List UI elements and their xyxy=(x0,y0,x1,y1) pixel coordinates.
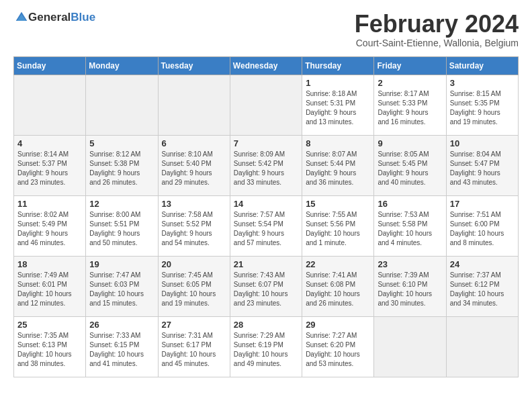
day-info: Sunrise: 7:35 AM Sunset: 6:13 PM Dayligh… xyxy=(17,331,82,369)
calendar-week-3: 11Sunrise: 8:02 AM Sunset: 5:49 PM Dayli… xyxy=(14,195,519,256)
day-info: Sunrise: 7:41 AM Sunset: 6:08 PM Dayligh… xyxy=(306,271,370,308)
calendar-cell: 25Sunrise: 7:35 AM Sunset: 6:13 PM Dayli… xyxy=(14,316,86,377)
calendar-cell: 23Sunrise: 7:39 AM Sunset: 6:10 PM Dayli… xyxy=(374,256,446,316)
day-number: 27 xyxy=(162,320,226,330)
day-info: Sunrise: 7:51 AM Sunset: 6:00 PM Dayligh… xyxy=(450,210,515,248)
day-number: 22 xyxy=(306,259,370,269)
logo: GeneralBlue xyxy=(13,11,95,24)
weekday-header-sunday: Sunday xyxy=(14,56,86,75)
day-info: Sunrise: 8:18 AM Sunset: 5:31 PM Dayligh… xyxy=(306,89,370,127)
calendar-table: SundayMondayTuesdayWednesdayThursdayFrid… xyxy=(13,56,519,377)
calendar-cell xyxy=(158,75,230,135)
day-number: 9 xyxy=(378,138,442,148)
calendar-cell: 6Sunrise: 8:10 AM Sunset: 5:40 PM Daylig… xyxy=(158,135,230,195)
day-info: Sunrise: 7:29 AM Sunset: 6:19 PM Dayligh… xyxy=(234,331,298,369)
day-number: 4 xyxy=(17,138,82,148)
day-info: Sunrise: 7:33 AM Sunset: 6:15 PM Dayligh… xyxy=(89,331,154,369)
day-info: Sunrise: 8:00 AM Sunset: 5:51 PM Dayligh… xyxy=(89,210,154,248)
calendar-week-2: 4Sunrise: 8:14 AM Sunset: 5:37 PM Daylig… xyxy=(14,135,519,195)
calendar-cell: 1Sunrise: 8:18 AM Sunset: 5:31 PM Daylig… xyxy=(302,75,374,135)
calendar-cell xyxy=(446,316,518,377)
day-number: 28 xyxy=(234,320,298,330)
day-number: 18 xyxy=(17,259,82,269)
calendar-cell: 22Sunrise: 7:41 AM Sunset: 6:08 PM Dayli… xyxy=(302,256,374,316)
calendar-cell: 27Sunrise: 7:31 AM Sunset: 6:17 PM Dayli… xyxy=(158,316,230,377)
calendar-cell: 8Sunrise: 8:07 AM Sunset: 5:44 PM Daylig… xyxy=(302,135,374,195)
day-number: 19 xyxy=(89,259,154,269)
logo-general: General xyxy=(28,11,71,24)
title-section: February 2024 Court-Saint-Etienne, Wallo… xyxy=(355,11,519,48)
day-number: 14 xyxy=(234,199,298,209)
logo-icon xyxy=(15,11,28,24)
calendar-cell: 29Sunrise: 7:27 AM Sunset: 6:20 PM Dayli… xyxy=(302,316,374,377)
day-number: 26 xyxy=(89,320,154,330)
calendar-cell: 11Sunrise: 8:02 AM Sunset: 5:49 PM Dayli… xyxy=(14,195,86,256)
weekday-header-monday: Monday xyxy=(86,56,158,75)
day-info: Sunrise: 8:09 AM Sunset: 5:42 PM Dayligh… xyxy=(234,150,298,187)
calendar-cell: 16Sunrise: 7:53 AM Sunset: 5:58 PM Dayli… xyxy=(374,195,446,256)
calendar-cell: 2Sunrise: 8:17 AM Sunset: 5:33 PM Daylig… xyxy=(374,75,446,135)
day-info: Sunrise: 8:05 AM Sunset: 5:45 PM Dayligh… xyxy=(378,150,442,187)
day-number: 16 xyxy=(378,199,442,209)
calendar-cell: 13Sunrise: 7:58 AM Sunset: 5:52 PM Dayli… xyxy=(158,195,230,256)
calendar-cell: 9Sunrise: 8:05 AM Sunset: 5:45 PM Daylig… xyxy=(374,135,446,195)
weekday-header-row: SundayMondayTuesdayWednesdayThursdayFrid… xyxy=(14,56,519,75)
day-info: Sunrise: 8:02 AM Sunset: 5:49 PM Dayligh… xyxy=(17,210,82,248)
day-info: Sunrise: 7:39 AM Sunset: 6:10 PM Dayligh… xyxy=(378,271,442,308)
calendar-cell: 24Sunrise: 7:37 AM Sunset: 6:12 PM Dayli… xyxy=(446,256,518,316)
day-info: Sunrise: 8:14 AM Sunset: 5:37 PM Dayligh… xyxy=(17,150,82,187)
calendar-cell: 26Sunrise: 7:33 AM Sunset: 6:15 PM Dayli… xyxy=(86,316,158,377)
day-number: 6 xyxy=(162,138,226,148)
weekday-header-friday: Friday xyxy=(374,56,446,75)
day-number: 3 xyxy=(450,78,515,88)
logo-blue: Blue xyxy=(71,11,95,24)
calendar-cell xyxy=(14,75,86,135)
day-info: Sunrise: 7:27 AM Sunset: 6:20 PM Dayligh… xyxy=(306,331,370,369)
day-info: Sunrise: 7:49 AM Sunset: 6:01 PM Dayligh… xyxy=(17,271,82,308)
calendar-week-1: 1Sunrise: 8:18 AM Sunset: 5:31 PM Daylig… xyxy=(14,75,519,135)
calendar-week-5: 25Sunrise: 7:35 AM Sunset: 6:13 PM Dayli… xyxy=(14,316,519,377)
day-info: Sunrise: 7:58 AM Sunset: 5:52 PM Dayligh… xyxy=(162,210,226,248)
day-info: Sunrise: 7:53 AM Sunset: 5:58 PM Dayligh… xyxy=(378,210,442,248)
calendar-cell: 15Sunrise: 7:55 AM Sunset: 5:56 PM Dayli… xyxy=(302,195,374,256)
day-info: Sunrise: 7:37 AM Sunset: 6:12 PM Dayligh… xyxy=(450,271,515,308)
calendar-cell: 17Sunrise: 7:51 AM Sunset: 6:00 PM Dayli… xyxy=(446,195,518,256)
calendar-cell: 12Sunrise: 8:00 AM Sunset: 5:51 PM Dayli… xyxy=(86,195,158,256)
day-number: 13 xyxy=(162,199,226,209)
day-number: 21 xyxy=(234,259,298,269)
day-number: 23 xyxy=(378,259,442,269)
day-number: 11 xyxy=(17,199,82,209)
day-info: Sunrise: 7:47 AM Sunset: 6:03 PM Dayligh… xyxy=(89,271,154,308)
day-number: 29 xyxy=(306,320,370,330)
day-info: Sunrise: 7:55 AM Sunset: 5:56 PM Dayligh… xyxy=(306,210,370,248)
day-info: Sunrise: 7:43 AM Sunset: 6:07 PM Dayligh… xyxy=(234,271,298,308)
page-header: GeneralBlue February 2024 Court-Saint-Et… xyxy=(13,11,519,48)
weekday-header-thursday: Thursday xyxy=(302,56,374,75)
weekday-header-saturday: Saturday xyxy=(446,56,518,75)
calendar-cell: 19Sunrise: 7:47 AM Sunset: 6:03 PM Dayli… xyxy=(86,256,158,316)
day-info: Sunrise: 8:15 AM Sunset: 5:35 PM Dayligh… xyxy=(450,89,515,127)
weekday-header-tuesday: Tuesday xyxy=(158,56,230,75)
calendar-cell: 28Sunrise: 7:29 AM Sunset: 6:19 PM Dayli… xyxy=(230,316,302,377)
calendar-cell: 14Sunrise: 7:57 AM Sunset: 5:54 PM Dayli… xyxy=(230,195,302,256)
month-title: February 2024 xyxy=(355,11,519,38)
day-number: 5 xyxy=(89,138,154,148)
weekday-header-wednesday: Wednesday xyxy=(230,56,302,75)
day-number: 1 xyxy=(306,78,370,88)
calendar-cell: 5Sunrise: 8:12 AM Sunset: 5:38 PM Daylig… xyxy=(86,135,158,195)
calendar-cell xyxy=(230,75,302,135)
calendar-cell: 4Sunrise: 8:14 AM Sunset: 5:37 PM Daylig… xyxy=(14,135,86,195)
calendar-cell: 10Sunrise: 8:04 AM Sunset: 5:47 PM Dayli… xyxy=(446,135,518,195)
day-number: 8 xyxy=(306,138,370,148)
day-info: Sunrise: 8:12 AM Sunset: 5:38 PM Dayligh… xyxy=(89,150,154,187)
day-number: 15 xyxy=(306,199,370,209)
day-info: Sunrise: 8:04 AM Sunset: 5:47 PM Dayligh… xyxy=(450,150,515,187)
calendar-cell: 3Sunrise: 8:15 AM Sunset: 5:35 PM Daylig… xyxy=(446,75,518,135)
day-info: Sunrise: 8:07 AM Sunset: 5:44 PM Dayligh… xyxy=(306,150,370,187)
day-number: 7 xyxy=(234,138,298,148)
day-info: Sunrise: 7:45 AM Sunset: 6:05 PM Dayligh… xyxy=(162,271,226,308)
day-number: 10 xyxy=(450,138,515,148)
day-info: Sunrise: 8:17 AM Sunset: 5:33 PM Dayligh… xyxy=(378,89,442,127)
day-info: Sunrise: 8:10 AM Sunset: 5:40 PM Dayligh… xyxy=(162,150,226,187)
calendar-cell xyxy=(374,316,446,377)
